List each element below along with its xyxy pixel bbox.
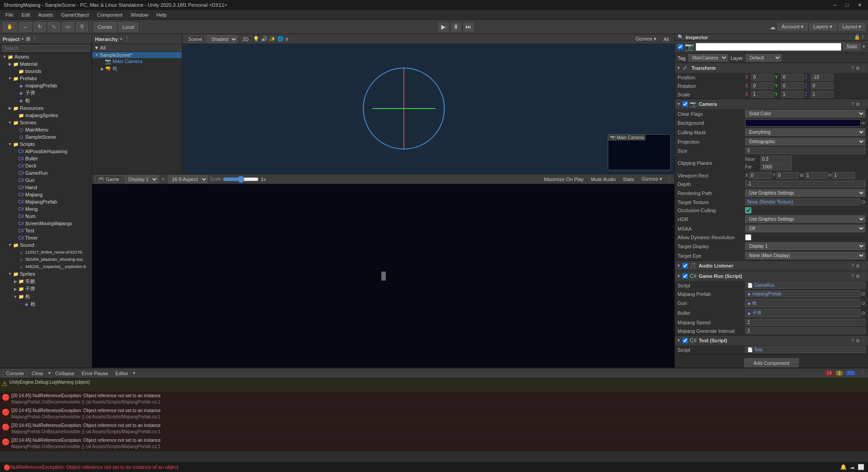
game-gizmos-btn[interactable]: Gizmos ▾ bbox=[639, 176, 665, 182]
layers-button[interactable]: Layers ▾ bbox=[809, 23, 836, 31]
test-more-icon[interactable]: ⋮ bbox=[862, 338, 866, 343]
gun-select-icon[interactable]: ⊙ bbox=[861, 300, 865, 306]
gamerun-settings-icon[interactable]: ⚙ bbox=[856, 274, 860, 279]
audio-listener-settings-icon[interactable]: ⚙ bbox=[856, 263, 860, 268]
rendering-path-dropdown[interactable]: Use Graphics Settings bbox=[745, 189, 865, 197]
target-display-dropdown[interactable]: Display 1 bbox=[745, 242, 865, 250]
vp-w-input[interactable] bbox=[805, 172, 827, 179]
menu-gameobject[interactable]: GameObject bbox=[58, 11, 93, 18]
tree-item-gun-prefab[interactable]: ◈枪 bbox=[0, 300, 92, 308]
scale-y-input[interactable] bbox=[781, 91, 804, 98]
gamerun-more-icon[interactable]: ⋮ bbox=[862, 274, 866, 279]
tree-item-hand[interactable]: C#Hand bbox=[0, 184, 92, 191]
object-active-checkbox[interactable] bbox=[678, 44, 683, 50]
inspector-lock-icon[interactable]: 🔒 bbox=[854, 34, 860, 40]
test-checkbox[interactable] bbox=[683, 338, 688, 343]
rotation-z-input[interactable] bbox=[811, 82, 833, 89]
gamerun-header[interactable]: ▼ C# Game Run (Script) ? ⚙ ⋮ bbox=[675, 271, 868, 281]
notif-icon[interactable]: 🔔 bbox=[840, 464, 847, 470]
transform-tool[interactable]: ⚲ bbox=[76, 22, 88, 32]
project-search-input[interactable] bbox=[2, 45, 90, 52]
dynamic-res-checkbox[interactable] bbox=[745, 234, 751, 241]
position-y-input[interactable] bbox=[781, 74, 804, 81]
object-name-field[interactable] bbox=[696, 43, 841, 51]
audio-listener-checkbox[interactable] bbox=[683, 263, 688, 268]
gizmos-btn[interactable]: Gizmos ▾ bbox=[633, 36, 659, 42]
occlusion-culling-checkbox[interactable] bbox=[745, 207, 751, 213]
color-pick-icon[interactable]: ✏ bbox=[862, 121, 865, 126]
rotation-x-input[interactable] bbox=[751, 82, 774, 89]
gamerun-checkbox[interactable] bbox=[683, 273, 688, 279]
layout-button[interactable]: Layout ▾ bbox=[838, 23, 865, 31]
hierarchy-icons[interactable]: + ⋮ bbox=[120, 36, 129, 42]
shading-mode-dropdown[interactable]: Shaded bbox=[207, 35, 238, 43]
audio-listener-help-icon[interactable]: ? bbox=[851, 263, 854, 268]
hierarchy-samplescene[interactable]: ▼ SampleScene* ⋮ bbox=[92, 52, 182, 58]
tree-item-bullet-sprite[interactable]: ▶📁子弹 bbox=[0, 285, 92, 293]
tree-item-resources[interactable]: ▶📁Resources bbox=[0, 104, 92, 112]
add-icon[interactable]: + bbox=[21, 36, 24, 42]
cloud-sync-icon[interactable]: ☁ bbox=[850, 464, 855, 470]
tree-item-scenes[interactable]: ▼📁Scenes bbox=[0, 119, 92, 126]
scale-z-input[interactable] bbox=[811, 91, 833, 98]
display-dropdown[interactable]: Display 1 bbox=[124, 175, 158, 183]
collapse-button[interactable]: Collapse bbox=[53, 370, 77, 377]
menu-file[interactable]: File bbox=[2, 11, 17, 18]
hierarchy-add-icon[interactable]: + bbox=[120, 36, 122, 42]
target-texture-field[interactable]: None (Render Texture) bbox=[745, 199, 860, 205]
bullet-field[interactable]: ◈ 子弹 bbox=[745, 309, 860, 317]
hdr-dropdown[interactable]: Use Graphics Settings bbox=[745, 215, 865, 223]
tree-item-material[interactable]: ▶📁Material bbox=[0, 60, 92, 68]
grid-icon[interactable]: # bbox=[285, 36, 288, 42]
close-btn[interactable]: ✕ bbox=[855, 2, 864, 8]
search-icon[interactable]: ⊞ bbox=[26, 36, 30, 42]
window-controls[interactable]: ─ □ ✕ bbox=[831, 2, 864, 8]
scene-search-btn[interactable]: All bbox=[661, 36, 672, 42]
gun-field[interactable]: ◈ 枪 bbox=[745, 299, 860, 307]
menu-component[interactable]: Component bbox=[93, 11, 126, 18]
camera-settings-icon[interactable]: ⚙ bbox=[856, 102, 860, 107]
game-more-icon[interactable]: ⋮ bbox=[667, 176, 672, 182]
move-tool[interactable]: ↔ bbox=[19, 22, 32, 32]
console-msg-error-1[interactable]: 🔴 [20:14:45] NullReferenceException: Obj… bbox=[0, 392, 868, 407]
transform-header[interactable]: ▼ ⤢ Transform ? ⚙ ⋮ bbox=[675, 63, 868, 73]
2d-btn[interactable]: 2D bbox=[240, 36, 251, 42]
maximize-play-btn[interactable]: Maximize On Play bbox=[541, 176, 587, 182]
transform-settings-icon[interactable]: ⚙ bbox=[856, 66, 860, 71]
local-btn[interactable]: Local bbox=[118, 22, 138, 32]
project-panel-icons[interactable]: + ⊞ ⋮ bbox=[21, 36, 36, 42]
bullet-select-icon[interactable]: ⊙ bbox=[861, 310, 865, 316]
play-button[interactable]: ▶ bbox=[438, 22, 449, 32]
tree-item-meng[interactable]: C#Meng bbox=[0, 205, 92, 213]
projection-dropdown[interactable]: Orthographic bbox=[745, 138, 865, 145]
gamerun-help-icon[interactable]: ? bbox=[851, 274, 854, 279]
hierarchy-maincamera[interactable]: 📷 Main Camera bbox=[92, 58, 182, 65]
console-msg-error-2[interactable]: 🔴 [20:14:45] NullReferenceException: Obj… bbox=[0, 407, 868, 422]
tag-dropdown[interactable]: MainCamera bbox=[688, 54, 728, 62]
clear-flags-dropdown[interactable]: Solid Color bbox=[745, 110, 865, 118]
gamerun-script-field[interactable]: 📄 GameRun bbox=[745, 282, 865, 289]
game-tab[interactable]: 🎮 Game bbox=[95, 175, 122, 183]
clear-button[interactable]: Clear bbox=[29, 370, 46, 377]
menu-edit[interactable]: Edit bbox=[18, 11, 34, 18]
tree-item-gun1[interactable]: ◈枪 bbox=[0, 97, 92, 104]
tree-item-majiangsprites[interactable]: 📁majiangSprites bbox=[0, 112, 92, 119]
tree-item-audio2[interactable]: ♫362459_jalastram_shooting-sou bbox=[0, 256, 92, 263]
camera-enabled-checkbox[interactable] bbox=[683, 101, 688, 107]
error-pause-button[interactable]: Error Pause bbox=[79, 370, 111, 377]
tree-item-gamerun[interactable]: C#GameRun bbox=[0, 169, 92, 177]
aspect-dropdown[interactable]: 16:9 Aspect bbox=[168, 175, 208, 183]
position-x-input[interactable] bbox=[751, 74, 774, 81]
console-more-icon[interactable]: ⋮ bbox=[860, 370, 865, 376]
rect-tool[interactable]: ▭ bbox=[62, 22, 74, 32]
culling-mask-dropdown[interactable]: Everything bbox=[745, 128, 865, 136]
tree-item-majiangprefab[interactable]: ◈majiangPrefab bbox=[0, 82, 92, 89]
camera-help-icon[interactable]: ? bbox=[851, 102, 854, 107]
layer-dropdown[interactable]: Default bbox=[746, 54, 782, 62]
clear-dropdown-arrow[interactable]: ▾ bbox=[48, 370, 51, 376]
size-input[interactable] bbox=[745, 147, 865, 154]
tree-item-bullet[interactable]: ◈子弹 bbox=[0, 89, 92, 97]
target-texture-select-icon[interactable]: ⊙ bbox=[861, 199, 865, 205]
scene-canvas[interactable]: 📷 Main Camera bbox=[182, 44, 674, 174]
light-icon[interactable]: 💡 bbox=[253, 36, 259, 42]
